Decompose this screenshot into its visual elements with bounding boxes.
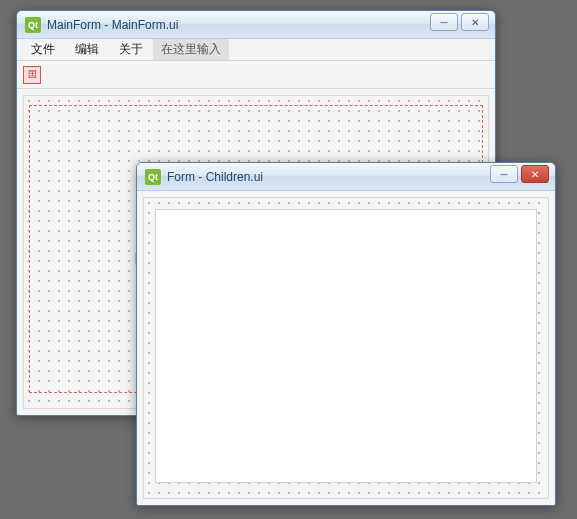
minimize-button[interactable]: ─ xyxy=(490,165,518,183)
menu-about[interactable]: 关于 xyxy=(109,39,153,60)
main-titlebar[interactable]: Qt MainForm - MainForm.ui ─ ✕ xyxy=(17,11,495,39)
child-window: Qt Form - Children.ui ─ ✕ xyxy=(136,162,556,506)
main-window-title: MainForm - MainForm.ui xyxy=(47,18,178,32)
close-button[interactable]: ✕ xyxy=(521,165,549,183)
child-window-controls: ─ ✕ xyxy=(490,165,549,183)
qt-app-icon: Qt xyxy=(25,17,41,33)
form-central-widget[interactable] xyxy=(155,209,537,483)
child-window-title: Form - Children.ui xyxy=(167,170,263,184)
toolbar: 囯 xyxy=(17,61,495,89)
placeholder-widget-icon[interactable]: 囯 xyxy=(23,66,41,84)
child-titlebar[interactable]: Qt Form - Children.ui ─ ✕ xyxy=(137,163,555,191)
main-window-controls: ─ ✕ xyxy=(430,13,489,31)
close-button[interactable]: ✕ xyxy=(461,13,489,31)
menu-type-here-hint[interactable]: 在这里输入 xyxy=(153,39,229,60)
menubar: 文件 编辑 关于 在这里输入 xyxy=(17,39,495,61)
child-client-area[interactable] xyxy=(137,191,555,505)
menu-file[interactable]: 文件 xyxy=(21,39,65,60)
menu-edit[interactable]: 编辑 xyxy=(65,39,109,60)
minimize-button[interactable]: ─ xyxy=(430,13,458,31)
qt-app-icon: Qt xyxy=(145,169,161,185)
